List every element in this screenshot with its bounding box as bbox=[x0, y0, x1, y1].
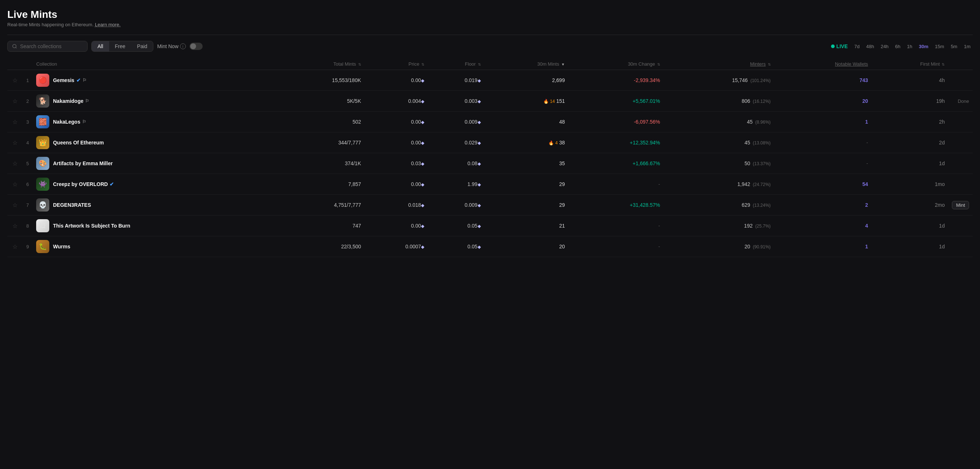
first-mint-value: 4h bbox=[939, 77, 945, 83]
mint-now-toggle[interactable] bbox=[189, 43, 203, 50]
table-row: ☆8 🖼 This Artwork Is Subject To Burn 747… bbox=[7, 215, 973, 236]
floor-value: 0.009◆ bbox=[465, 202, 481, 208]
col-total-mints: Total Mints ⇅ bbox=[277, 59, 365, 70]
star-button[interactable]: ☆ bbox=[11, 180, 19, 189]
time-1m[interactable]: 1m bbox=[962, 42, 973, 51]
time-5m[interactable]: 5m bbox=[948, 42, 959, 51]
collection-name[interactable]: DEGEN3RATES bbox=[53, 202, 91, 208]
total-mints-value: 747 bbox=[352, 223, 361, 229]
mint-button[interactable]: Mint bbox=[952, 201, 969, 209]
collection-name[interactable]: Gemesis ✔⚐ bbox=[53, 77, 86, 83]
collection-cell: 🎨 Artifacts by Emma Miller bbox=[36, 157, 274, 170]
floor-value: 0.003◆ bbox=[465, 98, 481, 104]
col-30m-change: 30m Change ⇅ bbox=[568, 59, 664, 70]
table-body: ☆1 🔴 Gemesis ✔⚐ 15,553/180K0.00◆0.019◆2,… bbox=[7, 70, 973, 257]
minters-pct: (25.7%) bbox=[754, 223, 770, 229]
total-mints-value: 5K/5K bbox=[347, 98, 361, 104]
filter-all-button[interactable]: All bbox=[92, 41, 109, 51]
collection-name[interactable]: This Artwork Is Subject To Burn bbox=[53, 223, 130, 229]
price-value: 0.03◆ bbox=[411, 160, 424, 166]
col-floor: Floor ⇅ bbox=[428, 59, 485, 70]
filter-group: All Free Paid bbox=[91, 41, 153, 52]
svg-line-1 bbox=[16, 48, 17, 49]
minters-pct: (101.24%) bbox=[749, 78, 771, 83]
search-input[interactable] bbox=[20, 43, 83, 49]
table-row: ☆9 🐛 Wurms 22/3,5000.0007◆0.05◆20-20 (90… bbox=[7, 236, 973, 257]
table-row: ☆1 🔴 Gemesis ✔⚐ 15,553/180K0.00◆0.019◆2,… bbox=[7, 70, 973, 91]
col-30m-mints: 30m Mints ▼ bbox=[485, 59, 568, 70]
star-button[interactable]: ☆ bbox=[11, 201, 19, 209]
mint-now-info-icon[interactable]: i bbox=[180, 43, 186, 49]
time-6h[interactable]: 6h bbox=[893, 42, 903, 51]
notable-wallets-value[interactable]: 1 bbox=[865, 119, 868, 125]
30m-change-value: - bbox=[658, 181, 660, 187]
search-box bbox=[7, 41, 88, 52]
collection-avatar: 🧱 bbox=[36, 115, 49, 128]
30m-change-value: -6,097.56% bbox=[634, 119, 660, 125]
collection-cell: 💀 DEGEN3RATES bbox=[36, 198, 274, 212]
minters-value: 629 bbox=[741, 202, 750, 208]
first-mint-value: 2mo bbox=[935, 202, 945, 208]
col-first-mint: First Mint ⇅ bbox=[872, 59, 948, 70]
table-row: ☆2 🐕 Nakamidoge ⚐ 5K/5K0.004◆0.003◆🔥 14 … bbox=[7, 91, 973, 112]
star-button[interactable]: ☆ bbox=[11, 242, 19, 251]
notable-wallets-value[interactable]: 1 bbox=[865, 244, 868, 249]
time-24h[interactable]: 24h bbox=[878, 42, 891, 51]
time-15m[interactable]: 15m bbox=[933, 42, 947, 51]
star-button[interactable]: ☆ bbox=[11, 159, 19, 168]
floor-value: 0.019◆ bbox=[465, 77, 481, 83]
time-filters: LIVE 7d 48h 24h 6h 1h 30m 15m 5m 1m bbox=[831, 42, 973, 51]
30m-change-value: +31,428.57% bbox=[630, 202, 660, 208]
star-button[interactable]: ☆ bbox=[11, 76, 19, 85]
star-button[interactable]: ☆ bbox=[11, 97, 19, 105]
first-mint-value: 1d bbox=[939, 223, 945, 229]
time-1h[interactable]: 1h bbox=[905, 42, 914, 51]
filter-paid-button[interactable]: Paid bbox=[131, 41, 153, 51]
collection-name[interactable]: Wurms bbox=[53, 244, 70, 249]
collection-cell: 🐛 Wurms bbox=[36, 240, 274, 253]
floor-value: 0.05◆ bbox=[467, 223, 480, 229]
learn-more-link[interactable]: Learn more. bbox=[95, 22, 121, 27]
first-mint-value: 19h bbox=[936, 98, 945, 104]
first-mint-value: 2d bbox=[939, 140, 945, 146]
rank-number: 8 bbox=[26, 223, 29, 229]
minters-value: 20 bbox=[745, 244, 750, 249]
collection-name[interactable]: Creepz by OVERLORD ✔ bbox=[53, 181, 114, 187]
collection-name[interactable]: NakaLegos ⚐ bbox=[53, 119, 86, 125]
time-30m[interactable]: 30m bbox=[917, 42, 931, 51]
tag-icon: ⚐ bbox=[82, 119, 86, 124]
first-mint-value: 1d bbox=[939, 244, 945, 249]
30m-mints-value: 35 bbox=[559, 160, 565, 166]
notable-wallets-value[interactable]: 4 bbox=[865, 223, 868, 229]
minters-pct: (16.12%) bbox=[752, 99, 771, 104]
minters-pct: (13.24%) bbox=[752, 203, 771, 208]
collection-name[interactable]: Queens Of Ethereum bbox=[53, 140, 104, 146]
time-48h[interactable]: 48h bbox=[864, 42, 876, 51]
filter-free-button[interactable]: Free bbox=[109, 41, 132, 51]
table-row: ☆3 🧱 NakaLegos ⚐ 5020.00◆0.009◆48-6,097.… bbox=[7, 112, 973, 132]
collection-name[interactable]: Artifacts by Emma Miller bbox=[53, 160, 113, 166]
star-button[interactable]: ☆ bbox=[11, 118, 19, 126]
notable-wallets-value[interactable]: 54 bbox=[862, 181, 868, 187]
page-subtitle: Real-time Mints happening on Ethereum. L… bbox=[7, 22, 973, 27]
total-mints-value: 4,751/7,777 bbox=[334, 202, 361, 208]
collection-name[interactable]: Nakamidoge ⚐ bbox=[53, 98, 89, 104]
floor-value: 0.029◆ bbox=[465, 140, 481, 146]
tag-icon: ⚐ bbox=[85, 98, 89, 104]
total-mints-value: 344/7,777 bbox=[338, 140, 361, 146]
verified-icon: ✔ bbox=[76, 77, 81, 83]
star-button[interactable]: ☆ bbox=[11, 222, 19, 230]
30m-mints-value: 151 bbox=[557, 98, 565, 104]
star-button[interactable]: ☆ bbox=[11, 139, 19, 147]
notable-wallets-value[interactable]: 20 bbox=[862, 98, 868, 104]
notable-wallets-value[interactable]: 743 bbox=[859, 77, 868, 83]
minters-value: 192 bbox=[744, 223, 752, 229]
notable-wallets-value[interactable]: 2 bbox=[865, 202, 868, 208]
total-mints-value: 15,553/180K bbox=[332, 77, 361, 83]
table-row: ☆7 💀 DEGEN3RATES 4,751/7,7770.018◆0.009◆… bbox=[7, 195, 973, 215]
price-value: 0.00◆ bbox=[411, 140, 424, 146]
price-value: 0.00◆ bbox=[411, 181, 424, 187]
rank-number: 6 bbox=[26, 182, 29, 187]
30m-mints-value: 21 bbox=[559, 223, 565, 229]
time-7d[interactable]: 7d bbox=[852, 42, 862, 51]
